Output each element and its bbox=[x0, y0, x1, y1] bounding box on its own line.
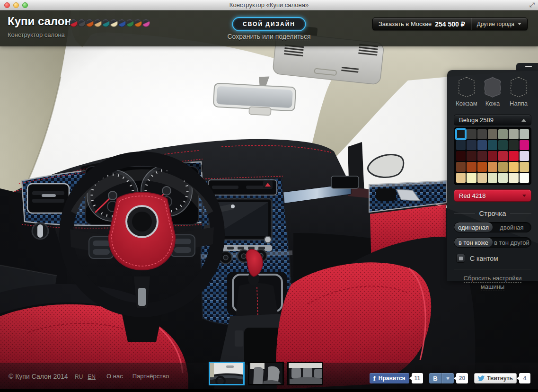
palette-swatch[interactable] bbox=[498, 140, 508, 150]
palette-swatch[interactable] bbox=[509, 140, 518, 150]
preset-swatch[interactable] bbox=[126, 19, 134, 27]
preset-swatch[interactable] bbox=[134, 19, 142, 27]
palette-swatch[interactable] bbox=[477, 129, 487, 139]
palette-swatch[interactable] bbox=[488, 140, 497, 150]
leather-hide-icon bbox=[485, 77, 501, 98]
material-kozha[interactable]: Кожа bbox=[480, 76, 505, 110]
preset-row bbox=[70, 19, 150, 27]
thumbnail-dashboard-view[interactable] bbox=[209, 362, 245, 385]
palette-swatch[interactable] bbox=[520, 129, 529, 139]
chevron-down-icon bbox=[518, 23, 521, 25]
preset-swatch[interactable] bbox=[78, 19, 86, 27]
preset-swatch[interactable] bbox=[86, 19, 94, 27]
palette-swatch[interactable] bbox=[509, 162, 518, 172]
palette-swatch[interactable] bbox=[509, 129, 518, 139]
leather-collection-dropdown[interactable]: Beluga 2589 bbox=[454, 115, 531, 125]
preset-swatch[interactable] bbox=[110, 19, 118, 27]
palette-swatch[interactable] bbox=[498, 151, 508, 161]
social-buttons: f Нравится 11 В ♥ 20 Твитнуть 4 bbox=[370, 373, 530, 383]
palette-swatch[interactable] bbox=[509, 151, 518, 161]
chevron-up-icon bbox=[521, 119, 526, 122]
palette-swatch[interactable] bbox=[456, 173, 466, 183]
vk-like-button[interactable]: В ♥ bbox=[429, 373, 454, 383]
preset-swatch[interactable] bbox=[142, 19, 150, 27]
panel-minimize-button[interactable] bbox=[516, 63, 538, 71]
collection-label: Beluga 2589 bbox=[459, 116, 494, 124]
leather-hide-icon bbox=[459, 77, 475, 98]
palette-swatch[interactable] bbox=[520, 162, 529, 172]
palette-swatch[interactable] bbox=[467, 129, 476, 139]
twitter-bird-icon bbox=[478, 375, 485, 382]
minimize-icon bbox=[525, 66, 532, 67]
chevron-down-icon bbox=[522, 195, 526, 197]
palette-swatch[interactable] bbox=[467, 140, 476, 150]
order-button[interactable]: Заказать в Москве 254 500 ₽ bbox=[373, 18, 471, 30]
palette-swatch[interactable] bbox=[520, 140, 529, 150]
toggle-option[interactable]: в тон другой bbox=[493, 238, 531, 247]
tweet-button[interactable]: Твитнуть bbox=[474, 373, 517, 383]
thumbnail-rear-seats-view[interactable] bbox=[287, 362, 323, 385]
footer-link[interactable]: О нас bbox=[106, 373, 123, 380]
other-cities-button[interactable]: Другие города bbox=[471, 18, 527, 30]
palette-swatch[interactable] bbox=[498, 162, 508, 172]
copyright: © Купи Салон 2014 bbox=[9, 373, 68, 380]
toggle-option[interactable]: одинарная bbox=[454, 223, 493, 232]
preset-swatch[interactable] bbox=[94, 19, 102, 27]
palette-swatch[interactable] bbox=[498, 129, 508, 139]
thumbnail-front-seats-view[interactable] bbox=[248, 362, 284, 385]
settings-panel: Кожзам Кожа Наппа Beluga 2589 Red 4218 С… bbox=[447, 70, 538, 281]
palette-swatch[interactable] bbox=[488, 129, 497, 139]
palette-swatch[interactable] bbox=[488, 162, 497, 172]
palette-swatch[interactable] bbox=[520, 173, 529, 183]
material-label: Наппа bbox=[506, 100, 531, 107]
material-kozhzam[interactable]: Кожзам bbox=[454, 76, 479, 110]
own-design-button[interactable]: СВОЙ ДИЗАЙН bbox=[232, 17, 306, 31]
palette-swatch[interactable] bbox=[520, 151, 529, 161]
facebook-like-button[interactable]: f Нравится bbox=[370, 373, 409, 383]
edging-checkbox-row[interactable]: С кантом bbox=[454, 254, 531, 263]
palette-swatch[interactable] bbox=[509, 173, 518, 183]
selected-color-dropdown[interactable]: Red 4218 bbox=[454, 189, 531, 202]
palette-swatch[interactable] bbox=[477, 173, 487, 183]
material-label: Кожа bbox=[480, 100, 505, 107]
stitching-section-title: Строчка bbox=[454, 209, 531, 217]
footer-link[interactable]: Партнёрство bbox=[132, 373, 169, 380]
palette-swatch[interactable] bbox=[456, 140, 466, 150]
panel-divider bbox=[454, 269, 531, 269]
palette-swatch[interactable] bbox=[456, 129, 466, 139]
heart-icon: ♥ bbox=[442, 375, 454, 382]
palette-swatch[interactable] bbox=[477, 162, 487, 172]
palette-swatch[interactable] bbox=[456, 151, 466, 161]
app-window: Конструктор «Купи салона» ⤢ bbox=[0, 0, 538, 392]
toggle-option[interactable]: в тон коже bbox=[454, 238, 493, 247]
window-title: Конструктор «Купи салона» bbox=[0, 1, 538, 9]
stitch-tone-toggle: в тон кожев тон другой bbox=[454, 237, 531, 248]
edging-label: С кантом bbox=[470, 255, 498, 262]
palette-swatch[interactable] bbox=[467, 173, 476, 183]
facebook-icon: f bbox=[373, 374, 376, 383]
lang-en[interactable]: EN bbox=[88, 374, 96, 380]
palette-swatch[interactable] bbox=[498, 173, 508, 183]
palette-swatch[interactable] bbox=[477, 140, 487, 150]
tweet-count: 4 bbox=[519, 373, 530, 383]
reset-settings-link[interactable]: Сбросить настройки машины bbox=[464, 275, 522, 291]
palette-swatch[interactable] bbox=[477, 151, 487, 161]
material-nappa[interactable]: Наппа bbox=[506, 76, 531, 110]
palette-swatch[interactable] bbox=[456, 162, 466, 172]
material-selector: Кожзам Кожа Наппа bbox=[454, 76, 531, 110]
stitch-type-toggle: одинарнаядвойная bbox=[454, 222, 531, 232]
preset-swatch[interactable] bbox=[70, 19, 78, 27]
palette-swatch[interactable] bbox=[467, 151, 476, 161]
save-share-link[interactable]: Сохранить или поделиться bbox=[228, 33, 311, 41]
window-titlebar: Конструктор «Купи салона» ⤢ bbox=[0, 0, 538, 10]
toggle-option[interactable]: двойная bbox=[493, 223, 531, 232]
window-resize-icon[interactable]: ⤢ bbox=[529, 1, 535, 9]
preset-swatch[interactable] bbox=[118, 19, 126, 27]
palette-swatch[interactable] bbox=[488, 151, 497, 161]
preset-swatch[interactable] bbox=[102, 19, 110, 27]
edging-checkbox[interactable] bbox=[456, 254, 465, 263]
facebook-like-count: 11 bbox=[412, 373, 423, 383]
palette-swatch[interactable] bbox=[488, 173, 497, 183]
palette-swatch[interactable] bbox=[467, 162, 476, 172]
facebook-like-label: Нравится bbox=[379, 375, 406, 382]
